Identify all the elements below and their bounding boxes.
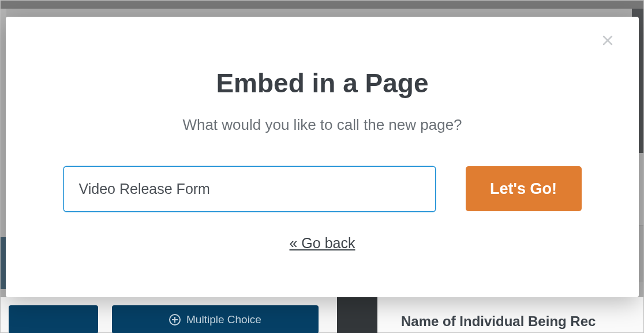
modal-title: Embed in a Page <box>6 68 639 99</box>
bg-multiple-choice-label: Multiple Choice <box>186 313 261 326</box>
bg-form-field-label: Name of Individual Being Rec <box>401 313 596 330</box>
bg-field-button-1 <box>9 305 98 333</box>
modal-subtitle: What would you like to call the new page… <box>6 116 639 134</box>
lets-go-button[interactable]: Let's Go! <box>466 166 582 211</box>
plus-circle-icon <box>169 314 181 325</box>
embed-page-modal: Embed in a Page What would you like to c… <box>6 17 639 297</box>
close-icon <box>602 35 613 46</box>
close-button[interactable] <box>602 33 619 50</box>
bg-multiple-choice-button: Multiple Choice <box>112 305 319 333</box>
page-name-input[interactable] <box>63 166 436 212</box>
go-back-link[interactable]: « Go back <box>6 235 639 252</box>
